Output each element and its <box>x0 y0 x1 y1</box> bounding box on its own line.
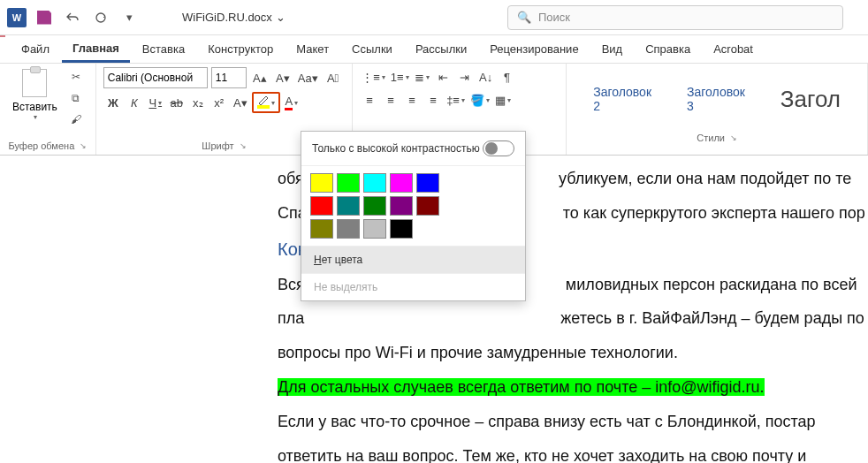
decrease-indent-button[interactable]: ⇤ <box>434 67 453 87</box>
highlight-color-popup: Только с высокой контрастностью Нет цвет… <box>301 131 526 301</box>
tab-layout[interactable]: Макет <box>286 37 339 61</box>
grow-font-button[interactable]: A▴ <box>250 68 270 87</box>
style-heading2[interactable]: Заголовок 2 <box>584 78 660 120</box>
marker-icon <box>257 95 270 105</box>
styles-dialog-launcher[interactable]: ↘ <box>730 133 737 142</box>
color-swatch[interactable] <box>310 173 333 193</box>
align-right-icon: ≡ <box>408 94 415 107</box>
multilevel-button[interactable]: ≣▾ <box>413 67 432 87</box>
search-input[interactable]: 🔍 Поиск <box>507 5 843 30</box>
increase-indent-button[interactable]: ⇥ <box>455 67 475 87</box>
grow-font-icon: A▴ <box>253 72 267 85</box>
no-color-item[interactable]: Нет цвета <box>301 246 525 273</box>
justify-icon: ≡ <box>430 94 437 107</box>
style-heading3[interactable]: Заголовок 3 <box>678 78 754 120</box>
italic-button[interactable]: К <box>125 93 144 112</box>
color-swatch[interactable] <box>390 196 413 216</box>
line-spacing-button[interactable]: ‡≡▾ <box>445 90 467 110</box>
tab-design[interactable]: Конструктор <box>197 37 284 61</box>
save-button[interactable] <box>34 7 55 28</box>
format-painter-button[interactable]: 🖌 <box>66 110 86 129</box>
color-swatch[interactable] <box>390 219 413 239</box>
cut-button[interactable]: ✂ <box>66 67 86 87</box>
redo-button[interactable] <box>90 7 111 28</box>
tab-mailings[interactable]: Рассылки <box>405 37 477 61</box>
undo-button[interactable] <box>62 7 83 28</box>
color-swatch[interactable] <box>310 219 333 239</box>
subscript-button[interactable]: x₂ <box>188 93 208 112</box>
color-swatch[interactable] <box>337 196 360 216</box>
font-group-label: Шрифт <box>202 140 233 151</box>
bold-button[interactable]: Ж <box>103 93 123 112</box>
highlight-color-button[interactable]: ▾ <box>252 92 280 113</box>
justify-button[interactable]: ≡ <box>423 90 443 110</box>
change-case-button[interactable]: Aa▾ <box>296 68 320 87</box>
qat-dropdown[interactable]: ▾ <box>118 7 140 28</box>
style-heading-big[interactable]: Загол <box>772 79 849 120</box>
align-left-button[interactable]: ≡ <box>360 90 379 110</box>
color-swatch[interactable] <box>363 196 386 216</box>
strike-button[interactable]: ab <box>167 93 187 112</box>
shading-button[interactable]: 🪣▾ <box>468 90 491 110</box>
font-family-select[interactable] <box>103 67 208 88</box>
scissors-icon: ✂ <box>72 71 80 83</box>
clipboard-icon <box>22 69 47 97</box>
font-color-icon: A <box>285 95 293 110</box>
superscript-button[interactable]: x² <box>209 93 229 112</box>
tab-review[interactable]: Рецензирование <box>479 37 589 61</box>
font-dialog-launcher[interactable]: ↘ <box>240 141 247 150</box>
align-center-button[interactable]: ≡ <box>381 90 400 110</box>
show-marks-button[interactable]: ¶ <box>498 67 517 87</box>
tab-acrobat[interactable]: Acrobat <box>703 37 764 61</box>
highlight-color-bar <box>257 105 270 109</box>
bullets-button[interactable]: ⋮≡▾ <box>360 67 387 87</box>
text-effects-button[interactable]: A▾ <box>231 93 250 112</box>
styles-group-label: Стили <box>697 133 725 143</box>
color-swatch[interactable] <box>363 173 386 193</box>
color-swatch[interactable] <box>416 173 439 193</box>
tab-help[interactable]: Справка <box>635 37 701 61</box>
color-swatch[interactable] <box>363 219 386 239</box>
clear-format-button[interactable]: A⃠ <box>324 68 343 87</box>
color-swatch[interactable] <box>390 173 413 193</box>
sort-icon: A↓ <box>479 71 492 84</box>
align-right-button[interactable]: ≡ <box>402 90 422 110</box>
copy-icon: ⧉ <box>72 92 80 104</box>
popup-contrast-row: Только с высокой контрастностью <box>301 132 525 166</box>
filename-dropdown[interactable]: WiFiGiD.RU.docx ⌄ <box>182 11 286 24</box>
search-icon: 🔍 <box>517 11 531 24</box>
sort-button[interactable]: A↓ <box>476 67 496 87</box>
multilevel-icon: ≣ <box>415 71 424 84</box>
paste-button[interactable]: Вставить ▾ <box>7 67 63 123</box>
chevron-down-icon: ⌄ <box>276 11 286 24</box>
change-case-icon: Aa▾ <box>298 72 318 85</box>
numbering-button[interactable]: 1≡▾ <box>389 67 411 87</box>
title-bar: W ▾ WiFiGiD.RU.docx ⌄ 🔍 Поиск <box>0 0 868 35</box>
shrink-font-button[interactable]: A▾ <box>273 68 293 87</box>
doc-line: ответить на ваш вопрос. Тем же, кто не х… <box>278 444 868 463</box>
color-swatch[interactable] <box>337 173 360 193</box>
tab-home[interactable]: Главная <box>62 36 130 63</box>
color-swatch[interactable] <box>416 196 439 216</box>
copy-button[interactable]: ⧉ <box>66 88 86 108</box>
font-size-select[interactable] <box>211 67 247 88</box>
font-color-button[interactable]: A▾ <box>282 93 301 112</box>
doc-line: вопросы про Wi-Fi и прочие замудренные т… <box>278 340 868 366</box>
doc-highlighted-line: Для остальных случаев всегда ответим по … <box>278 375 868 400</box>
line-spacing-icon: ‡≡ <box>446 94 460 107</box>
undo-icon <box>65 11 80 25</box>
underline-button[interactable]: Ч▾ <box>146 93 165 112</box>
contrast-toggle[interactable] <box>483 140 514 156</box>
align-left-icon: ≡ <box>366 94 373 107</box>
tab-file[interactable]: Файл <box>11 37 60 61</box>
clipboard-group-label: Буфер обмена <box>9 140 75 151</box>
bucket-icon: 🪣 <box>470 94 484 107</box>
tab-insert[interactable]: Вставка <box>132 37 195 61</box>
color-swatch[interactable] <box>337 219 360 239</box>
clipboard-dialog-launcher[interactable]: ↘ <box>80 141 87 150</box>
align-center-icon: ≡ <box>387 94 394 107</box>
borders-button[interactable]: ▦▾ <box>493 90 513 110</box>
color-swatch[interactable] <box>310 196 333 216</box>
tab-view[interactable]: Вид <box>591 37 634 61</box>
tab-references[interactable]: Ссылки <box>341 37 403 61</box>
